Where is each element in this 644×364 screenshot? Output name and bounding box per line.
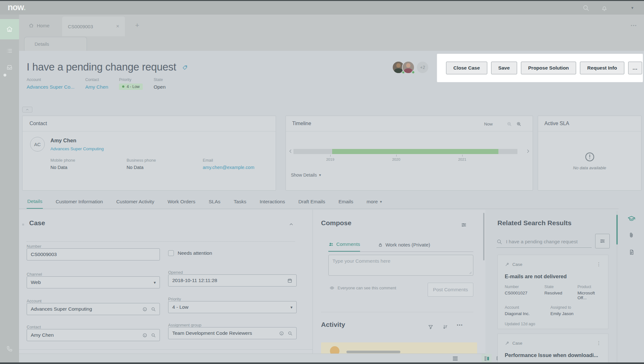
view-split-icon-active[interactable] xyxy=(482,354,492,363)
channel-select[interactable]: Web▾ xyxy=(27,276,160,288)
tab-case-cs0009003[interactable]: CS0009003× xyxy=(62,17,125,36)
tab-strip-more-icon[interactable]: ••• xyxy=(631,15,637,36)
record-tab-work-orders[interactable]: Work Orders xyxy=(167,194,196,209)
collapse-header-button[interactable] xyxy=(22,107,32,112)
related-search-settings-button[interactable] xyxy=(595,234,610,248)
global-search-icon[interactable] xyxy=(582,4,589,11)
record-tab-interactions[interactable]: Interactions xyxy=(259,194,286,209)
info-circle-icon[interactable] xyxy=(142,333,147,338)
timeline-panel: Timeline Now 2019 2020 2021 Show Details… xyxy=(286,116,533,191)
lookup-search-icon[interactable] xyxy=(151,333,156,338)
calendar-icon[interactable] xyxy=(287,278,292,283)
rail-item-inbox[interactable] xyxy=(0,60,19,74)
rail-document-icon[interactable] xyxy=(628,249,635,255)
zoom-in-icon[interactable] xyxy=(516,121,522,127)
record-tab-slas[interactable]: SLAs xyxy=(208,194,221,209)
user-menu-chevron-down-icon[interactable]: ▾ xyxy=(631,5,634,10)
timeline-next-chevron-icon[interactable] xyxy=(525,148,531,154)
result-title[interactable]: Performance Issue when downloadi... xyxy=(505,352,601,358)
assignment-group-reference-field[interactable] xyxy=(168,327,297,339)
account-label: Account xyxy=(27,299,42,303)
related-search-input[interactable] xyxy=(506,239,592,245)
card-kebab-icon[interactable]: ⋮ xyxy=(596,261,601,267)
contact-panel-title: Contact xyxy=(30,121,47,126)
work-notes-tab[interactable]: Work notes (Private) xyxy=(378,241,430,252)
chevron-up-icon xyxy=(25,108,29,111)
contact-company-link[interactable]: Advances Super Computing xyxy=(50,146,104,151)
case-title-row: I have a pending change request xyxy=(27,61,188,73)
now-logo[interactable]: now. xyxy=(8,3,26,12)
info-circle-icon[interactable] xyxy=(142,307,147,312)
result-title[interactable]: E-mails are not delivered xyxy=(505,273,601,280)
propose-solution-button[interactable]: Propose Solution xyxy=(521,62,576,74)
avatar-overflow-count[interactable]: +2 xyxy=(417,62,428,73)
rail-item-home[interactable] xyxy=(0,19,19,39)
card-kebab-icon[interactable]: ⋮ xyxy=(596,340,601,346)
tag-icon[interactable] xyxy=(182,64,188,71)
sliders-icon xyxy=(599,238,606,244)
record-tab-emails[interactable]: Emails xyxy=(338,194,354,209)
timeline-track[interactable] xyxy=(293,149,517,154)
lookup-search-icon[interactable] xyxy=(288,331,292,336)
record-tab-customer-activity[interactable]: Customer Activity xyxy=(115,194,155,209)
meta-priority: Priority4 - Low xyxy=(119,78,143,90)
resize-handle-icon[interactable] xyxy=(468,271,472,274)
section-grip-icon[interactable] xyxy=(22,222,26,227)
contact-reference-field[interactable] xyxy=(27,329,160,341)
rail-item-lists[interactable] xyxy=(0,44,19,58)
top-banner: now. ▾ xyxy=(0,1,644,15)
caret-down-icon: ▾ xyxy=(290,305,292,310)
tab-home[interactable]: Home xyxy=(24,15,54,36)
related-result-card[interactable]: Case⋮ Performance Issue when downloadi..… xyxy=(497,334,608,364)
record-tab-customer-information[interactable]: Customer Information xyxy=(55,194,103,209)
record-tab-details[interactable]: Details xyxy=(27,194,43,209)
zoom-out-icon[interactable] xyxy=(507,121,512,127)
comment-input-wrap xyxy=(328,255,473,276)
comment-textarea[interactable] xyxy=(329,255,481,282)
related-search-title: Related Search Results xyxy=(497,219,571,227)
save-button[interactable]: Save xyxy=(491,62,517,74)
collapse-section-chevron-up-icon[interactable] xyxy=(289,222,294,227)
comments-tab[interactable]: Comments xyxy=(328,241,360,252)
opened-field[interactable] xyxy=(168,274,297,286)
activity-filter-funnel-icon[interactable] xyxy=(428,324,434,330)
rail-agent-assist-icon[interactable] xyxy=(628,215,635,223)
timeline-prev-chevron-icon[interactable] xyxy=(288,148,293,154)
activity-avatar xyxy=(330,346,339,354)
notifications-bell-icon[interactable] xyxy=(601,4,608,11)
activity-sort-icon[interactable] xyxy=(442,324,448,330)
assigned-avatars[interactable]: +2 xyxy=(392,61,428,74)
record-tab-tasks[interactable]: Tasks xyxy=(233,194,247,209)
divider xyxy=(23,131,276,131)
number-field[interactable] xyxy=(27,248,160,260)
post-comments-button[interactable]: Post Comments xyxy=(428,283,473,297)
related-scrollbar-thumb[interactable] xyxy=(616,215,618,245)
activity-entry-highlighted[interactable] xyxy=(321,342,477,354)
view-list-icon[interactable] xyxy=(452,355,459,362)
activity-more-icon[interactable]: ••• xyxy=(457,323,463,327)
priority-select[interactable]: 4 - Low▾ xyxy=(168,301,297,313)
rail-item-phone[interactable] xyxy=(0,342,19,356)
request-info-button[interactable]: Request Info xyxy=(580,62,624,74)
compose-settings-sliders-icon[interactable] xyxy=(461,222,467,228)
needs-attention-checkbox[interactable] xyxy=(168,250,174,256)
rail-attachments-paperclip-icon[interactable] xyxy=(628,232,635,239)
close-case-button[interactable]: Close Case xyxy=(446,62,487,74)
record-tab-draft-emails[interactable]: Draft Emails xyxy=(298,194,326,209)
email-link[interactable]: amy.chen@example.com xyxy=(203,165,279,170)
more-actions-button[interactable]: ... xyxy=(628,62,642,74)
subtab-details[interactable]: Details xyxy=(24,37,87,51)
lookup-search-icon[interactable] xyxy=(151,307,156,312)
contact-link[interactable]: Amy Chen xyxy=(85,84,108,90)
account-link[interactable]: Advances Super Co... xyxy=(27,84,75,90)
related-result-card[interactable]: Case⋮ E-mails are not delivered NumberCS… xyxy=(497,255,608,329)
compose-scrollbar-thumb[interactable] xyxy=(483,213,484,260)
show-details-toggle[interactable]: Show Details▾ xyxy=(291,172,321,178)
record-tab-more[interactable]: more▾ xyxy=(366,194,382,209)
account-reference-field[interactable] xyxy=(27,303,160,315)
new-tab-button[interactable]: + xyxy=(131,15,144,36)
info-circle-icon[interactable] xyxy=(279,331,284,336)
timeline-active-range[interactable] xyxy=(332,149,498,154)
tab-close-icon[interactable]: × xyxy=(116,23,119,30)
compose-activity-divider xyxy=(321,312,473,312)
